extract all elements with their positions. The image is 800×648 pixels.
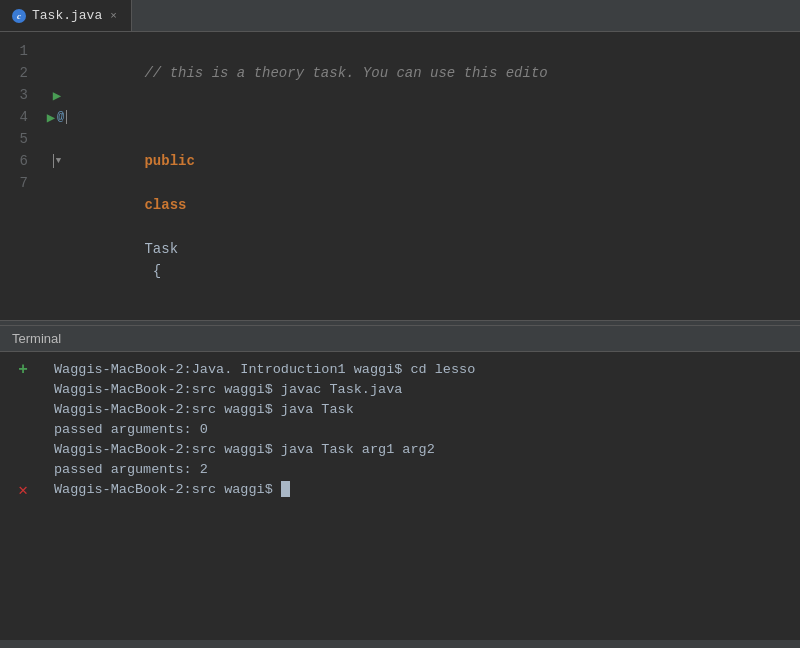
java-file-icon: c <box>12 9 26 23</box>
keyword-class: class <box>144 197 186 213</box>
terminal-gutter-row-1[interactable]: + <box>18 360 28 380</box>
gutter-row-2 <box>36 62 78 84</box>
keyword-public: public <box>144 153 194 169</box>
bottom-status-bar <box>0 640 800 648</box>
code-line-1: // this is a theory task. You can use th… <box>82 40 800 106</box>
terminal-body: + ✕ Waggis-MacBook-2:Java. Introduction1… <box>0 352 800 640</box>
terminal-line-4: passed arguments: 0 <box>46 420 800 440</box>
gutter-row-7 <box>36 172 78 194</box>
comment-text: // this is a theory task. You can use th… <box>144 65 547 81</box>
run-button-main[interactable]: ▶ <box>47 109 55 126</box>
run-button-class[interactable]: ▶ <box>53 87 61 104</box>
tab-close-button[interactable]: × <box>108 8 119 24</box>
terminal-title: Terminal <box>12 331 61 346</box>
gutter-row-6[interactable]: ▼ <box>36 150 78 172</box>
code-line-2 <box>82 106 800 128</box>
gutter-row-3[interactable]: ▶ <box>36 84 78 106</box>
terminal-gutter: + ✕ <box>0 352 46 640</box>
brace-open: { <box>144 263 161 279</box>
terminal-line-2: Waggis-MacBook-2:src waggi$ javac Task.j… <box>46 380 800 400</box>
tab-task-java[interactable]: c Task.java × <box>0 0 132 31</box>
code-editor[interactable]: // this is a theory task. You can use th… <box>82 32 800 320</box>
terminal-line-1: Waggis-MacBook-2:Java. Introduction1 wag… <box>46 360 800 380</box>
terminal-line-3: Waggis-MacBook-2:src waggi$ java Task <box>46 400 800 420</box>
terminal-line-5: Waggis-MacBook-2:src waggi$ java Task ar… <box>46 440 800 460</box>
fold-bar-top <box>66 110 67 124</box>
editor-gutter: ▶ ▶ @ ▼ <box>32 32 82 320</box>
line-numbers: 1 2 3 4 5 6 7 <box>0 32 32 320</box>
tab-filename: Task.java <box>32 8 102 23</box>
editor-area: 1 2 3 4 5 6 7 ▶ ▶ @ ▼ // this is a theor… <box>0 32 800 320</box>
tab-bar: c Task.java × <box>0 0 800 32</box>
terminal-gutter-row-7[interactable]: ✕ <box>18 480 28 500</box>
class-name-task: Task <box>144 241 178 257</box>
at-sign-icon: @ <box>57 110 64 124</box>
terminal-output[interactable]: Waggis-MacBook-2:Java. Introduction1 wag… <box>46 352 800 640</box>
space <box>144 175 152 191</box>
terminal-line-7[interactable]: Waggis-MacBook-2:src waggi$ <box>46 480 800 500</box>
add-terminal-icon[interactable]: + <box>18 361 28 379</box>
terminal-line-6: passed arguments: 2 <box>46 460 800 480</box>
gutter-row-5 <box>36 128 78 150</box>
fold-close-icon[interactable]: ▼ <box>56 156 61 166</box>
close-terminal-icon[interactable]: ✕ <box>18 480 28 500</box>
space2 <box>144 219 152 235</box>
code-line-3: public class Task { <box>82 128 800 304</box>
terminal-cursor <box>281 481 290 497</box>
fold-bar-bottom <box>53 154 54 168</box>
terminal-header: Terminal <box>0 326 800 352</box>
gutter-row-4[interactable]: ▶ @ <box>36 106 78 128</box>
gutter-row-1 <box>36 40 78 62</box>
code-line-4: public static void main (String[] args) … <box>82 304 800 320</box>
